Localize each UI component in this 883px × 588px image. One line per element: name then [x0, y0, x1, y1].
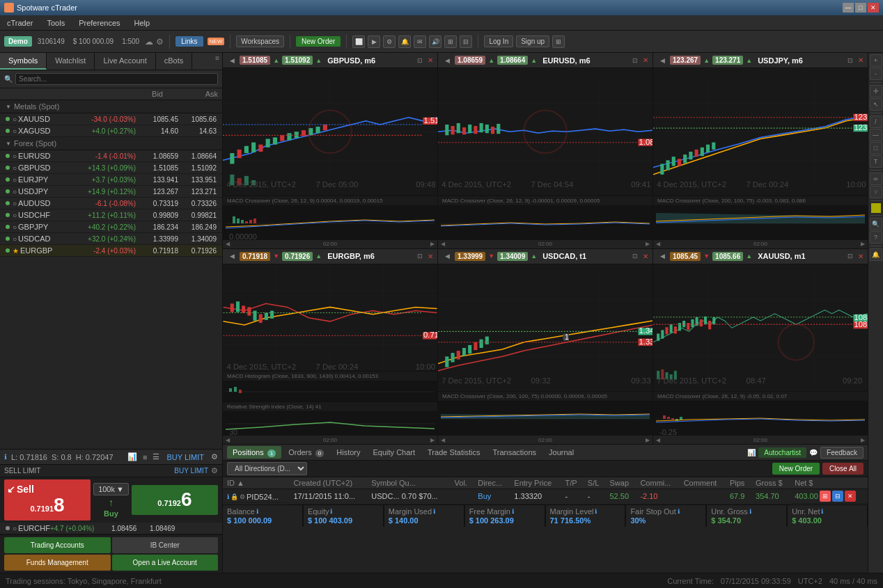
symbol-row-eurgbp[interactable]: ★ EURGBP -2.4 (+0.03%) 0.71918 0.71926 [0, 245, 222, 257]
buy-limit-label[interactable]: BUY LIMIT [174, 467, 208, 475]
close-chart-icon[interactable]: ✕ [428, 56, 433, 64]
list2-icon[interactable]: ☰ [153, 452, 159, 461]
position-row[interactable]: ℹ 🔒 ⚙ PID524... 17/11/2015 11:0... USDC.… [223, 489, 868, 504]
tab-equity-chart[interactable]: Equity Chart [368, 446, 421, 459]
svg-rect-53 [468, 125, 471, 133]
bell-btn[interactable]: 🔔 [870, 248, 882, 261]
maximize-btn[interactable]: □ [855, 3, 866, 13]
open-live-account-button[interactable]: Open a Live Account [112, 555, 219, 571]
cursor-btn[interactable]: ↖ [870, 98, 882, 111]
menu-help[interactable]: Help [132, 17, 153, 29]
symbol-row-usdjpy[interactable]: ○ USDJPY +14.9 (+0.12%) 123.267 123.271 [0, 186, 222, 198]
detach-icon[interactable]: ⊡ [415, 56, 425, 65]
symbol-row-xauusd[interactable]: ○ XAUUSD -34.0 (-0.03%) 1085.45 1085.66 [0, 113, 222, 125]
login-button[interactable]: Log In [484, 35, 513, 47]
color-picker[interactable] [871, 203, 881, 213]
trading-accounts-button[interactable]: Trading Accounts [4, 537, 111, 553]
new-order-toolbar-button[interactable]: New Order [296, 36, 341, 47]
menu-preferences[interactable]: Preferences [76, 17, 123, 29]
chart-back-btn[interactable]: ◀ [227, 56, 237, 65]
tab-live-account[interactable]: Live Account [95, 53, 155, 70]
symbol-row-usdcad[interactable]: ○ USDCAD +32.0 (+0.24%) 1.33999 1.34009 [0, 233, 222, 245]
screen-icon[interactable]: ⊟ [460, 35, 472, 48]
status-bar: Trading sessions: Tokyo, Singapore, Fran… [0, 573, 883, 588]
crosshair-btn[interactable]: ✛ [870, 85, 882, 97]
spread-H: H: 0.72047 [76, 453, 114, 461]
sell-limit-label[interactable]: SELL LIMIT [4, 467, 40, 475]
symbol-row-audusd[interactable]: ○ AUDUSD -6.1 (-0.08%) 0.73319 0.73326 [0, 198, 222, 209]
menu-tools[interactable]: Tools [45, 17, 68, 29]
close-position-icon[interactable]: ⊞ [820, 491, 831, 502]
delete-position-icon[interactable]: ✕ [845, 491, 856, 502]
rectangle-btn[interactable]: □ [870, 142, 882, 154]
pitchfork-btn[interactable]: ⑂ [870, 186, 882, 198]
tab-journal[interactable]: Journal [543, 446, 579, 459]
svg-rect-136 [457, 351, 460, 359]
zoom-in-btn[interactable]: + [870, 54, 882, 67]
links-button[interactable]: Links [175, 36, 203, 47]
notification-icon[interactable]: 🔔 [398, 35, 411, 48]
settings2-icon[interactable]: ⚙ [383, 35, 396, 48]
chart-type-icon[interactable]: ⬜ [352, 35, 365, 48]
volume-icon[interactable]: 🔊 [429, 35, 442, 48]
trendline-btn[interactable]: / [870, 116, 882, 128]
signup-button[interactable]: Sign up [516, 35, 549, 47]
list-icon[interactable]: ≡ [143, 453, 147, 461]
search2-btn[interactable]: ? [870, 231, 882, 244]
svg-rect-55 [480, 123, 483, 132]
play-icon[interactable]: ▶ [368, 35, 380, 48]
buy-settings-icon[interactable]: ⚙ [211, 466, 218, 475]
close-all-button[interactable]: Close All [822, 463, 864, 475]
tab-history[interactable]: History [331, 446, 366, 459]
chart-gbpusd-body[interactable]: 1.51085 4 Dec 2015, UTC+2 7 Dec 05:00 09… [223, 68, 437, 196]
funds-management-button[interactable]: Funds Management [4, 555, 111, 571]
magnify-btn[interactable]: 🔍 [870, 218, 882, 230]
grid-icon[interactable]: ⊞ [552, 35, 565, 48]
symbol-row-eurchf[interactable]: ○ EURCHF +4.7 (+0.04%) 1.08456 1.08469 [0, 523, 222, 534]
tab-positions[interactable]: Positions 1 [227, 446, 281, 459]
tab-cbots[interactable]: cBots [156, 53, 193, 70]
tab-watchlist[interactable]: Watchlist [47, 53, 95, 70]
horizontal-btn[interactable]: — [870, 129, 882, 141]
tab-trade-statistics[interactable]: Trade Statistics [422, 446, 485, 459]
settings3-icon[interactable]: ⚙ [211, 452, 218, 461]
group-metals[interactable]: ▼ Metals (Spot) [0, 100, 222, 113]
close-btn[interactable]: ✕ [868, 3, 879, 13]
ib-center-button[interactable]: IB Center [112, 537, 219, 553]
symbol-dot [6, 129, 10, 133]
symbol-row-usdchf[interactable]: ○ USDCHF +11.2 (+0.11%) 0.99809 0.99821 [0, 209, 222, 221]
symbol-row-gbpjpy[interactable]: ○ GBPJPY +40.2 (+0.22%) 186.234 186.249 [0, 221, 222, 233]
symbol-row-gbpusd[interactable]: ○ GBPUSD +14.3 (+0.09%) 1.51085 1.51092 [0, 162, 222, 174]
feedback-button[interactable]: Feedback [820, 447, 864, 459]
svg-rect-12 [266, 139, 270, 148]
symbol-row-xagusd[interactable]: ○ XAGUSD +4.0 (+0.27%) 14.60 14.63 [0, 125, 222, 137]
fibonacci-btn[interactable]: ∞ [870, 173, 882, 185]
modify-position-icon[interactable]: ⊟ [832, 491, 843, 502]
symbol-row-eurjpy[interactable]: ○ EURJPY +3.7 (+0.03%) 133.941 133.951 [0, 174, 222, 186]
lot-selector[interactable]: 100k ▼ [93, 483, 129, 495]
tab-symbols[interactable]: Symbols [0, 53, 47, 70]
search-input[interactable] [15, 73, 218, 85]
text-btn[interactable]: T [870, 155, 882, 168]
workspaces-button[interactable]: Workspaces [236, 35, 284, 47]
zoom-out-btn[interactable]: - [870, 67, 882, 80]
layout-icon[interactable]: ⊞ [444, 35, 457, 48]
direction-filter[interactable]: All Directions (D... [227, 462, 307, 475]
tab-transactions[interactable]: Transactions [487, 446, 542, 459]
settings-icon[interactable]: ⚙ [156, 37, 164, 47]
minimize-btn[interactable]: — [843, 3, 854, 13]
buy-limit-btn[interactable]: BUY LIMIT [166, 453, 204, 461]
new-order-panel-button[interactable]: New Order [772, 463, 820, 475]
buy-price-box[interactable]: 0.71926 [132, 485, 218, 515]
tab-orders[interactable]: Orders 0 [283, 446, 329, 459]
group-forex[interactable]: ▼ Forex (Spot) [0, 137, 222, 150]
menu-ctrader[interactable]: cTrader [4, 17, 36, 29]
mail-icon[interactable]: ✉ [414, 35, 426, 48]
svg-rect-84 [712, 143, 715, 150]
sell-price-box[interactable]: ↙ Sell 0.71918 [4, 479, 91, 521]
autochartist-button[interactable]: Autochartist [758, 447, 806, 458]
ping-display: 40 ms / 40 ms [829, 577, 877, 585]
panel-config-icon[interactable]: ≡ [212, 53, 222, 70]
symbol-row-eurusd[interactable]: ○ EURUSD -1.4 (-0.01%) 1.08659 1.08664 [0, 150, 222, 162]
chart-icon[interactable]: 📊 [127, 452, 137, 461]
